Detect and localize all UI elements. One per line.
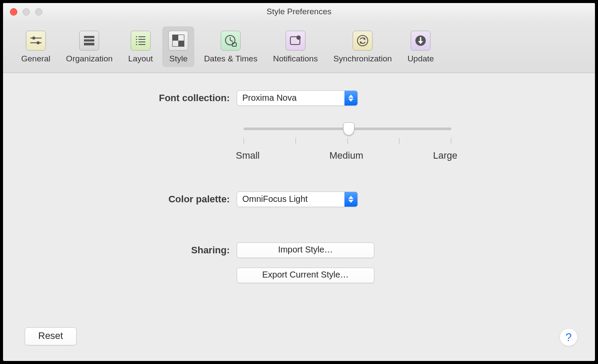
font-size-slider[interactable] bbox=[244, 128, 451, 130]
slider-thumb[interactable] bbox=[343, 122, 354, 135]
tab-label: Update bbox=[408, 54, 434, 64]
svg-marker-30 bbox=[348, 95, 354, 98]
download-icon bbox=[411, 31, 431, 51]
minimize-window-button[interactable] bbox=[23, 8, 30, 16]
tab-label: Organization bbox=[66, 54, 113, 64]
window-title: Style Preferences bbox=[3, 7, 595, 16]
slider-labels: Small Medium Large bbox=[244, 150, 451, 161]
tab-style[interactable]: Style bbox=[162, 26, 194, 67]
font-collection-popup[interactable]: Proxima Nova bbox=[237, 90, 358, 106]
reset-button[interactable]: Reset bbox=[25, 327, 77, 345]
zoom-window-button[interactable] bbox=[35, 8, 42, 16]
svg-rect-4 bbox=[84, 36, 94, 38]
content-area: Font collection: Proxima Nova bbox=[3, 73, 595, 361]
color-palette-popup[interactable]: OmniFocus Light bbox=[237, 192, 358, 207]
svg-point-3 bbox=[36, 41, 39, 44]
tab-layout[interactable]: Layout bbox=[122, 26, 159, 67]
window-controls bbox=[3, 8, 42, 16]
tab-synchronization[interactable]: Synchronization bbox=[327, 26, 398, 67]
help-icon: ? bbox=[566, 331, 572, 344]
color-palette-label: Color palette: bbox=[3, 194, 237, 205]
checker-icon bbox=[168, 31, 188, 51]
preferences-window: Style Preferences General bbox=[0, 0, 598, 364]
font-collection-label: Font collection: bbox=[3, 93, 237, 104]
slider-ticks bbox=[244, 138, 451, 144]
tab-notifications[interactable]: Notifications bbox=[267, 26, 324, 67]
tab-label: General bbox=[21, 54, 51, 64]
svg-point-24 bbox=[357, 35, 368, 46]
tab-label: Dates & Times bbox=[204, 54, 257, 64]
preferences-toolbar: General Organization bbox=[3, 20, 595, 73]
slider-label-medium: Medium bbox=[329, 150, 363, 161]
slider-label-small: Small bbox=[236, 150, 260, 161]
svg-marker-32 bbox=[348, 196, 354, 199]
font-size-slider-group: Small Medium Large bbox=[244, 128, 451, 161]
tab-update[interactable]: Update bbox=[402, 26, 440, 67]
svg-marker-31 bbox=[348, 99, 354, 102]
close-window-button[interactable] bbox=[10, 8, 17, 16]
clock-icon bbox=[221, 31, 241, 51]
sharing-label: Sharing: bbox=[3, 245, 237, 256]
svg-rect-5 bbox=[84, 39, 94, 42]
list-icon bbox=[131, 31, 151, 51]
sync-icon bbox=[353, 31, 373, 51]
tab-organization[interactable]: Organization bbox=[60, 26, 119, 67]
tab-general[interactable]: General bbox=[15, 26, 57, 67]
tab-label: Style bbox=[169, 54, 187, 64]
tab-dates-times[interactable]: Dates & Times bbox=[198, 26, 264, 67]
svg-point-1 bbox=[32, 36, 35, 39]
svg-rect-16 bbox=[172, 35, 178, 41]
font-collection-value: Proxima Nova bbox=[237, 91, 344, 105]
stack-icon bbox=[79, 31, 99, 51]
help-button[interactable]: ? bbox=[559, 328, 578, 346]
titlebar: Style Preferences bbox=[3, 3, 595, 20]
svg-rect-6 bbox=[84, 43, 94, 45]
svg-line-20 bbox=[230, 40, 233, 42]
export-style-button[interactable]: Export Current Style… bbox=[237, 268, 374, 283]
tab-label: Synchronization bbox=[333, 54, 392, 64]
svg-rect-17 bbox=[178, 41, 184, 47]
slider-label-large: Large bbox=[433, 150, 457, 161]
sliders-icon bbox=[26, 31, 46, 51]
color-palette-value: OmniFocus Light bbox=[237, 192, 344, 207]
svg-point-23 bbox=[296, 35, 301, 40]
svg-marker-33 bbox=[348, 200, 354, 203]
import-style-button[interactable]: Import Style… bbox=[237, 243, 374, 258]
chevron-up-down-icon bbox=[344, 192, 357, 207]
notification-icon bbox=[286, 31, 305, 51]
tab-label: Notifications bbox=[273, 54, 318, 64]
tab-label: Layout bbox=[128, 54, 153, 64]
chevron-up-down-icon bbox=[344, 91, 357, 105]
